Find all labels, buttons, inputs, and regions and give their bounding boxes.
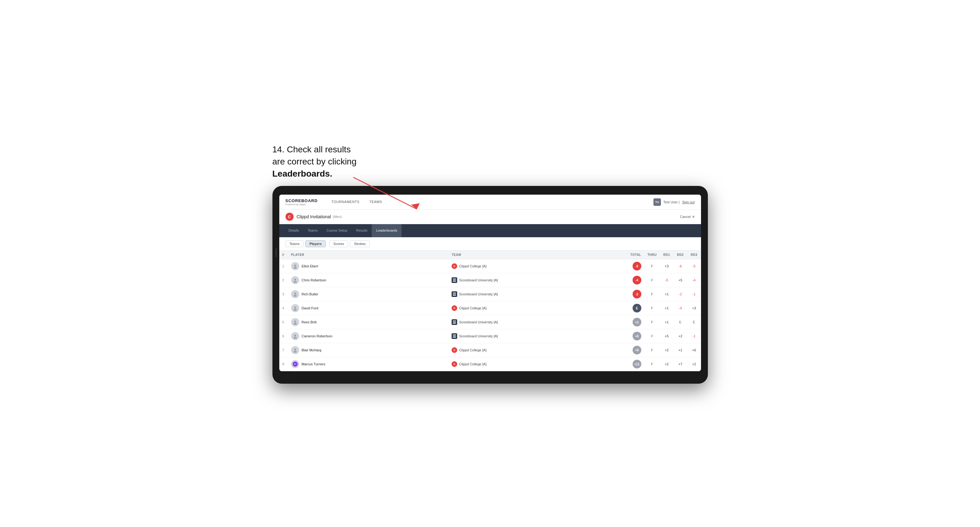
- cell-total: +6: [626, 329, 644, 343]
- nav-links: TOURNAMENTS TEAMS: [326, 195, 653, 210]
- table-row: 7Blair McHargCClippd College [A]+9F+2+1+…: [279, 343, 701, 357]
- tab-results[interactable]: Results: [352, 224, 372, 237]
- sign-out-link[interactable]: Sign out: [682, 200, 695, 204]
- team-name: Clippd College [A]: [459, 362, 487, 366]
- cell-rank: 7: [279, 343, 288, 357]
- cell-thru: F: [644, 273, 660, 287]
- tab-leaderboards[interactable]: Leaderboards: [372, 224, 401, 237]
- svg-point-12: [294, 306, 296, 308]
- cell-team: CClippd College [A]: [449, 357, 626, 371]
- instruction-line1: Check all results: [287, 144, 350, 154]
- tournament-logo: C: [285, 213, 294, 221]
- filter-strokes[interactable]: Strokes: [350, 240, 369, 247]
- cell-rd2: -4: [674, 301, 687, 315]
- cell-rd2: -2: [674, 287, 687, 301]
- player-name: Rich Butler: [302, 292, 318, 296]
- svg-point-18: [294, 335, 296, 337]
- filter-bar: Teams Players Scores Strokes: [279, 237, 701, 251]
- leaderboard-table: # PLAYER TEAM TOTAL THRU RD1 RD2 RD3 1El…: [279, 251, 701, 371]
- outer-wrapper: 14. Check all results are correct by cli…: [272, 143, 708, 384]
- table-row: 1Elliot EbertCClippd College [A]-8F+3-6-…: [279, 259, 701, 273]
- cell-thru: F: [644, 357, 660, 371]
- instruction-line2: are correct by clicking: [272, 157, 357, 166]
- cell-total: -8: [626, 259, 644, 273]
- tab-details[interactable]: Details: [284, 224, 304, 237]
- table-row: 5Rees BrittScoreboard University [A]+1F+…: [279, 315, 701, 329]
- player-name: Rees Britt: [302, 320, 317, 324]
- nav-logo: SCOREBOARD Powered by clippd: [285, 198, 318, 206]
- cell-total: -4: [626, 273, 644, 287]
- cancel-label: Cancel: [680, 215, 690, 219]
- player-name: Cameron Robertson: [302, 334, 332, 338]
- cell-total: E: [626, 301, 644, 315]
- cell-thru: F: [644, 315, 660, 329]
- nav-link-tournaments[interactable]: TOURNAMENTS: [326, 195, 364, 210]
- cell-total: -2: [626, 287, 644, 301]
- team-name: Clippd College [A]: [459, 264, 487, 268]
- col-rd1: RD1: [660, 251, 674, 259]
- cancel-icon: ✕: [692, 215, 695, 219]
- cell-rd2: +5: [674, 273, 687, 287]
- cell-thru: F: [644, 287, 660, 301]
- cancel-button[interactable]: Cancel ✕: [680, 215, 695, 219]
- tournament-title: Clippd Invitational: [297, 214, 331, 219]
- team-name: Clippd College [A]: [459, 306, 487, 310]
- tab-teams[interactable]: Teams: [303, 224, 322, 237]
- cell-rd3: E: [687, 315, 701, 329]
- nav-bar: SCOREBOARD Powered by clippd TOURNAMENTS…: [279, 195, 701, 210]
- tablet-screen: SCOREBOARD Powered by clippd TOURNAMENTS…: [279, 195, 701, 371]
- cell-rd3: -1: [687, 287, 701, 301]
- col-total: TOTAL: [626, 251, 644, 259]
- cell-team: Scoreboard University [A]: [449, 315, 626, 329]
- instruction-step: 14.: [272, 144, 285, 154]
- table-row: 8MTMarcus TurnersCClippd College [A]+11F…: [279, 357, 701, 371]
- team-name: Scoreboard University [A]: [459, 292, 498, 296]
- cell-rank: 6: [279, 329, 288, 343]
- cell-player: Rich Butler: [288, 287, 449, 301]
- cell-rd3: -1: [687, 329, 701, 343]
- svg-text:MT: MT: [294, 364, 297, 365]
- nav-link-teams[interactable]: TEAMS: [364, 195, 387, 210]
- cell-rd2: +7: [674, 357, 687, 371]
- col-player: PLAYER: [288, 251, 449, 259]
- cell-rd3: +2: [687, 357, 701, 371]
- cell-rd3: +3: [687, 301, 701, 315]
- cell-team: Scoreboard University [A]: [449, 287, 626, 301]
- cell-rd2: +2: [674, 329, 687, 343]
- cell-total: +9: [626, 343, 644, 357]
- nav-right: TU Test User | Sign out: [654, 198, 695, 206]
- svg-point-3: [294, 265, 296, 267]
- table-row: 3Rich ButlerScoreboard University [A]-2F…: [279, 287, 701, 301]
- cell-team: CClippd College [A]: [449, 259, 626, 273]
- cell-thru: F: [644, 259, 660, 273]
- tab-bar: Details Teams Course Setup Results Leade…: [279, 224, 701, 237]
- filter-players[interactable]: Players: [305, 240, 326, 247]
- cell-player: Cameron Robertson: [288, 329, 449, 343]
- cell-rd2: +1: [674, 343, 687, 357]
- cell-rd1: +2: [660, 343, 674, 357]
- cell-rd1: +1: [660, 301, 674, 315]
- player-name: Marcus Turners: [302, 362, 325, 366]
- instruction-bold: Leaderboards.: [272, 169, 332, 178]
- cell-rd1: +1: [660, 287, 674, 301]
- cell-rd3: +6: [687, 343, 701, 357]
- cell-thru: F: [644, 329, 660, 343]
- filter-scores[interactable]: Scores: [329, 240, 348, 247]
- table-row: 2Chris RobertsonScoreboard University [A…: [279, 273, 701, 287]
- col-rd2: RD2: [674, 251, 687, 259]
- filter-teams[interactable]: Teams: [285, 240, 304, 247]
- table-row: 6Cameron RobertsonScoreboard University …: [279, 329, 701, 343]
- cell-rd2: -6: [674, 259, 687, 273]
- tablet-device: SCOREBOARD Powered by clippd TOURNAMENTS…: [272, 186, 708, 384]
- cell-thru: F: [644, 343, 660, 357]
- cell-total: +11: [626, 357, 644, 371]
- col-thru: THRU: [644, 251, 660, 259]
- cell-rd1: -5: [660, 273, 674, 287]
- cell-rd1: +3: [660, 259, 674, 273]
- nav-logo-subtitle: Powered by clippd: [285, 203, 318, 206]
- cell-total: +1: [626, 315, 644, 329]
- player-name: Chris Robertson: [302, 278, 326, 282]
- cell-rd3: -5: [687, 259, 701, 273]
- tournament-gender: (Men): [333, 215, 342, 219]
- tab-course-setup[interactable]: Course Setup: [322, 224, 352, 237]
